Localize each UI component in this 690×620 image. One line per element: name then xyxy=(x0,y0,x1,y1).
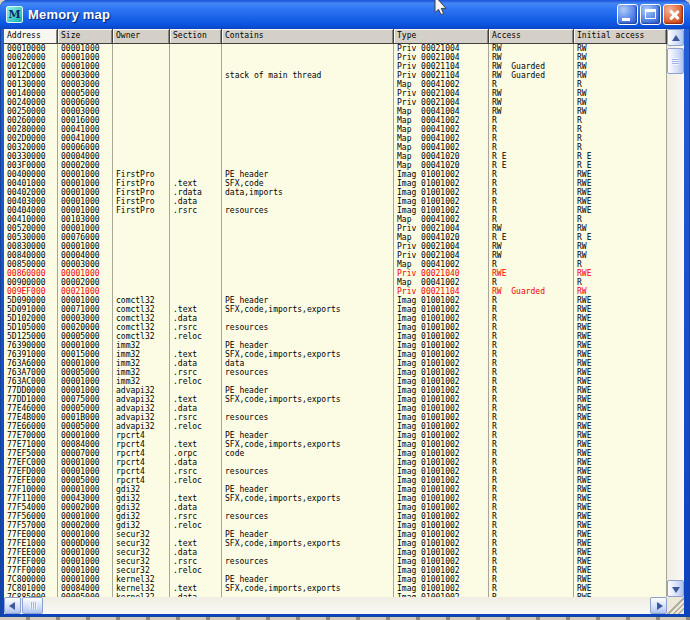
table-row[interactable]: 77DD000000001000advapi32PE headerImag 01… xyxy=(4,386,667,395)
table-row[interactable]: 0090000000002000Map 00041002RR xyxy=(4,278,667,287)
horizontal-scroll-thumb[interactable] xyxy=(22,597,43,614)
table-row[interactable]: 0040300000001000FirstPro.dataImag 010010… xyxy=(4,197,667,206)
minimize-button[interactable] xyxy=(617,4,638,25)
table-row[interactable]: 7639100000015000imm32.textSFX,code,impor… xyxy=(4,350,667,359)
cell-access: R xyxy=(489,548,574,557)
scroll-left-button[interactable] xyxy=(4,597,21,614)
table-row[interactable]: 0084000000004000Priv 00021004RWRW xyxy=(4,251,667,260)
table-row[interactable]: 0033000000004000Map 00041020R ER E xyxy=(4,152,667,161)
cell-access: R xyxy=(489,278,574,287)
cell-owner: secur32 xyxy=(113,530,170,539)
table-row[interactable]: 77FE10000000D000secur32.textSFX,code,imp… xyxy=(4,539,667,548)
column-header-contains[interactable]: Contains xyxy=(222,29,394,44)
table-row[interactable]: 7639000000001000imm32PE headerImag 01001… xyxy=(4,341,667,350)
table-row[interactable]: 0014000000005000Priv 00021004RWRW xyxy=(4,89,667,98)
table-row[interactable]: 77E4B0000001B000advapi32.rsrcresourcesIm… xyxy=(4,413,667,422)
table-row[interactable]: 009EF00000021000Priv 00021104RW GuardedR… xyxy=(4,287,667,296)
cell-access: RW Guarded xyxy=(489,71,574,80)
resize-grip[interactable] xyxy=(667,597,684,614)
table-row[interactable]: 763A600000001000imm32.datadataImag 01001… xyxy=(4,359,667,368)
cell-access: R xyxy=(489,179,574,188)
table-row[interactable]: 0053000000076000Map 00041020R ER E xyxy=(4,233,667,242)
scroll-right-button[interactable] xyxy=(650,597,667,614)
table-row[interactable]: 77E6600000005000advapi32.relocImag 01001… xyxy=(4,422,667,431)
table-row[interactable]: 77E4600000005000advapi32.dataImag 010010… xyxy=(4,404,667,413)
table-row[interactable]: 002D000000041000Map 00041002RR xyxy=(4,134,667,143)
table-row[interactable]: 0026000000016000Map 00041002RR xyxy=(4,116,667,125)
close-button[interactable] xyxy=(663,4,684,25)
table-row[interactable]: 0052000000001000Priv 00021004RWRW xyxy=(4,224,667,233)
table-row[interactable]: 0085000000003000Map 00041002RR xyxy=(4,260,667,269)
cell-type: Priv 00021004 xyxy=(394,44,489,53)
maximize-button[interactable] xyxy=(640,4,661,25)
table-row[interactable]: 0041000000103000Map 00041002RR xyxy=(4,215,667,224)
table-row[interactable]: 0002000000001000Priv 00021004RWRW xyxy=(4,53,667,62)
cell-type: Priv 00021004 xyxy=(394,89,489,98)
table-row[interactable]: 0040100000001000FirstPro.textSFX,codeIma… xyxy=(4,179,667,188)
table-row[interactable]: 77FEF00000001000secur32.rsrcresourcesIma… xyxy=(4,557,667,566)
table-row[interactable]: 77DD100000075000advapi32.textSFX,code,im… xyxy=(4,395,667,404)
table-row[interactable]: 77F5700000002000gdi32.relocImag 01001002… xyxy=(4,521,667,530)
table-row[interactable]: 763AC00000001000imm32.relocImag 01001002… xyxy=(4,377,667,386)
cell-size: 00001000 xyxy=(58,242,113,251)
table-row[interactable]: 0024000000006000Priv 00021004RWRW xyxy=(4,98,667,107)
column-header-type[interactable]: Type xyxy=(394,29,489,44)
table-row[interactable]: 77FF000000001000secur32.relocImag 010010… xyxy=(4,566,667,575)
column-header-access[interactable]: Access xyxy=(489,29,574,44)
cell-owner xyxy=(113,134,170,143)
table-row[interactable]: 77F1000000001000gdi32PE headerImag 01001… xyxy=(4,485,667,494)
cell-size: 00020000 xyxy=(58,323,113,332)
vertical-scroll-thumb[interactable] xyxy=(667,48,684,74)
table-row[interactable]: 0083000000001000Priv 00021004RWRW xyxy=(4,242,667,251)
table-row[interactable]: 5D10500000020000comctl32.rsrcresourcesIm… xyxy=(4,323,667,332)
table-row[interactable]: 7C80100000084000kernel32.textSFX,code,im… xyxy=(4,584,667,593)
column-header-section[interactable]: Section xyxy=(170,29,222,44)
table-row[interactable]: 77F5400000002000gdi32.dataImag 01001002R… xyxy=(4,503,667,512)
horizontal-scrollbar[interactable] xyxy=(4,597,667,614)
vertical-scrollbar[interactable] xyxy=(667,29,684,597)
table-row[interactable]: 0040200000001000FirstPro.rdatadata,impor… xyxy=(4,188,667,197)
table-row[interactable]: 763A700000005000imm32.rsrcresourcesImag … xyxy=(4,368,667,377)
table-row[interactable]: 0025000000003000Map 00041004RWRW xyxy=(4,107,667,116)
table-row[interactable]: 77F5600000001000gdi32.rsrcresourcesImag … xyxy=(4,512,667,521)
table-row[interactable]: 003F000000002000Map 00041020R ER E xyxy=(4,161,667,170)
table-row[interactable]: 0012D00000003000stack of main threadPriv… xyxy=(4,71,667,80)
table-row[interactable]: 5D10200000003000comctl32.dataImag 010010… xyxy=(4,314,667,323)
table-row[interactable]: 5D12500000005000comctl32.relocImag 01001… xyxy=(4,332,667,341)
table-row[interactable]: 0028000000041000Map 00041002RR xyxy=(4,125,667,134)
cell-owner: rpcrt4 xyxy=(113,476,170,485)
titlebar[interactable]: M Memory map xyxy=(0,0,690,29)
table-row[interactable]: 77EFE00000005000rpcrt4.relocImag 0100100… xyxy=(4,476,667,485)
table-row[interactable]: 7C80000000001000kernel32PE headerImag 01… xyxy=(4,575,667,584)
table-row[interactable]: 77E7000000001000rpcrt4PE headerImag 0100… xyxy=(4,431,667,440)
table-row[interactable]: 77EFD00000001000rpcrt4.rsrcresourcesImag… xyxy=(4,467,667,476)
table-row[interactable]: 0086000000001000Priv 00021040RWERWE xyxy=(4,269,667,278)
table-row[interactable]: 77FE000000001000secur32PE headerImag 010… xyxy=(4,530,667,539)
column-header-initial-access[interactable]: Initial access xyxy=(574,29,667,44)
table-row[interactable]: 77EFC00000001000rpcrt4.dataImag 01001002… xyxy=(4,458,667,467)
table-row[interactable]: 0001000000001000Priv 00021004RWRW xyxy=(4,44,667,53)
cell-initial-access: RWE xyxy=(574,485,667,494)
scroll-down-button[interactable] xyxy=(667,580,684,597)
cell-access: R xyxy=(489,170,574,179)
table-row[interactable]: 0032000000006000Map 00041002RR xyxy=(4,143,667,152)
table-row[interactable]: 0013000000003000Map 00041002RR xyxy=(4,80,667,89)
cell-size: 00002000 xyxy=(58,521,113,530)
table-row[interactable]: 0012C00000001000Priv 00021104RW GuardedR… xyxy=(4,62,667,71)
table-row[interactable]: 77EF500000007000rpcrt4.orpccodeImag 0100… xyxy=(4,449,667,458)
table-row[interactable]: 77E7100000084000rpcrt4.textSFX,code,impo… xyxy=(4,440,667,449)
table-row[interactable]: 5D09100000071000comctl32.textSFX,code,im… xyxy=(4,305,667,314)
table-row[interactable]: 0040000000001000FirstProPE headerImag 01… xyxy=(4,170,667,179)
table-row[interactable]: 77FEE00000001000secur32.dataImag 0100100… xyxy=(4,548,667,557)
table-row[interactable]: 0040400000001000FirstPro.rsrcresourcesIm… xyxy=(4,206,667,215)
table-row[interactable]: 77F1100000043000gdi32.textSFX,code,impor… xyxy=(4,494,667,503)
column-header-size[interactable]: Size xyxy=(58,29,113,44)
cell-initial-access: RWE xyxy=(574,341,667,350)
table-row[interactable]: 5D09000000001000comctl32PE headerImag 01… xyxy=(4,296,667,305)
cell-type: Priv 00021104 xyxy=(394,287,489,296)
column-header-address[interactable]: Address xyxy=(4,29,58,44)
window-icon: M xyxy=(6,6,23,23)
column-header-owner[interactable]: Owner xyxy=(113,29,170,44)
scroll-up-button[interactable] xyxy=(667,29,684,46)
cell-section: .data xyxy=(170,458,222,467)
